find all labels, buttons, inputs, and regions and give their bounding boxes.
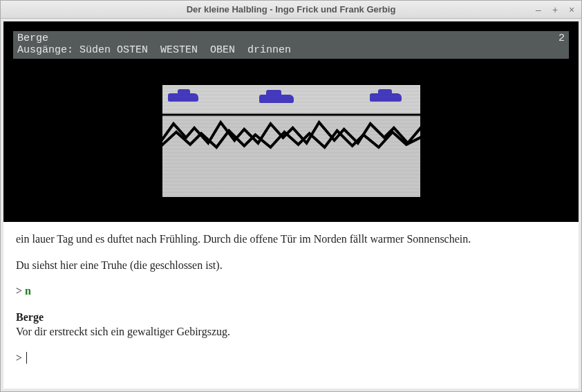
close-icon[interactable]: × xyxy=(566,4,577,15)
current-prompt[interactable]: > xyxy=(16,351,566,366)
minimize-icon[interactable]: – xyxy=(533,4,544,15)
scene-illustration xyxy=(160,82,422,200)
location-description: Vor dir erstreckt sich ein gewaltiger Ge… xyxy=(16,326,230,337)
game-graphics-panel: Berge 2 Ausgänge: Süden OSTEN WESTEN OBE… xyxy=(3,21,579,222)
window-controls: – + × xyxy=(533,4,577,15)
story-text-area[interactable]: ein lauer Tag und es duftet nach Frühlin… xyxy=(3,222,579,389)
entered-command: n xyxy=(25,285,31,297)
location-heading: Berge xyxy=(16,311,44,323)
maximize-icon[interactable]: + xyxy=(550,4,561,15)
content-area: Berge 2 Ausgänge: Süden OSTEN WESTEN OBE… xyxy=(3,21,579,389)
ground-region xyxy=(162,151,420,197)
prompt-symbol: > xyxy=(16,285,22,297)
status-location: Berge xyxy=(17,32,48,44)
story-paragraph: Du siehst hier eine Truhe (die geschloss… xyxy=(16,258,566,273)
app-window: Der kleine Halbling - Ingo Frick und Fra… xyxy=(0,0,582,392)
cloud-icon xyxy=(259,95,294,103)
titlebar[interactable]: Der kleine Halbling - Ingo Frick und Fra… xyxy=(1,1,581,19)
location-block: Berge Vor dir erstreckt sich ein gewalti… xyxy=(16,310,566,339)
status-score: 2 xyxy=(558,32,565,44)
story-paragraph: ein lauer Tag und es duftet nach Frühlin… xyxy=(16,232,566,247)
previous-prompt: > n xyxy=(16,283,566,299)
status-exits: Ausgänge: Süden OSTEN WESTEN OBEN drinne… xyxy=(17,44,565,56)
cloud-icon xyxy=(168,93,198,102)
text-cursor xyxy=(26,352,27,364)
illustration-container xyxy=(13,59,569,215)
status-bar: Berge 2 Ausgänge: Süden OSTEN WESTEN OBE… xyxy=(13,31,569,59)
window-title: Der kleine Halbling - Ingo Frick und Fra… xyxy=(187,4,396,15)
cloud-icon xyxy=(370,93,402,102)
mountain-range-icon xyxy=(160,113,422,151)
prompt-symbol: > xyxy=(16,352,22,364)
